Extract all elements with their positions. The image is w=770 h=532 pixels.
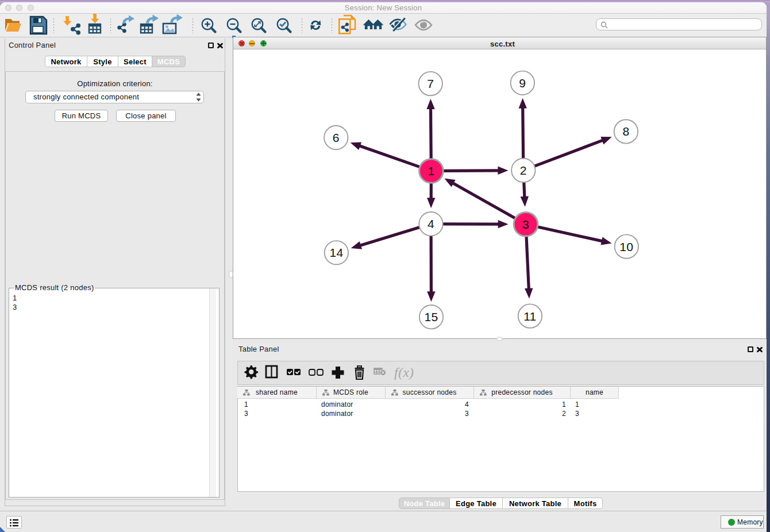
svg-text:f(x): f(x) <box>394 365 414 380</box>
